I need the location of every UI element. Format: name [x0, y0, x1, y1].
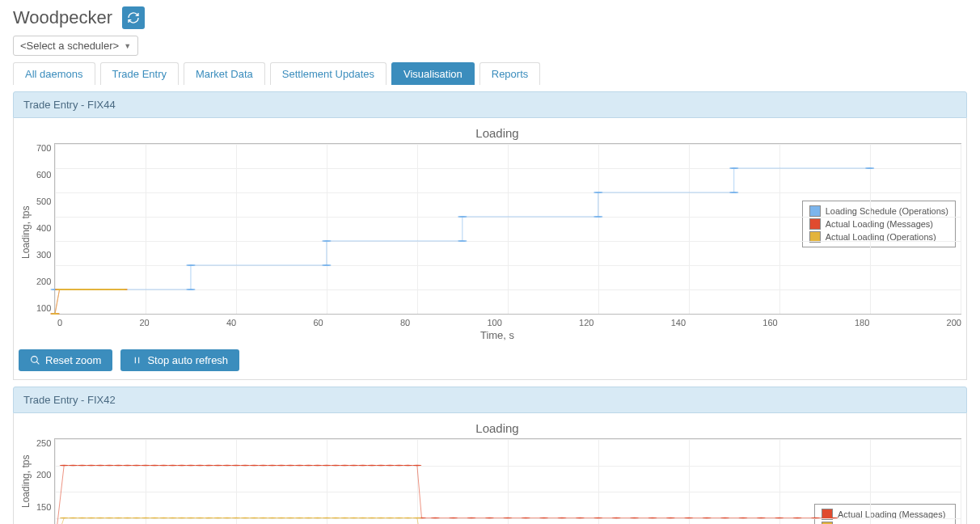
- panel-body-fix42: Loading, tps Loading 250200150100 Actual…: [13, 413, 967, 524]
- tab-visualisation[interactable]: Visualisation: [391, 62, 475, 85]
- svg-point-69: [268, 465, 277, 466]
- tab-bar: All daemonsTrade EntryMarket DataSettlem…: [13, 62, 967, 85]
- svg-point-68: [259, 465, 268, 466]
- svg-point-8: [594, 192, 603, 193]
- chart2-title: Loading: [33, 421, 961, 435]
- page-title: Woodpecker: [13, 7, 112, 28]
- svg-point-113: [78, 518, 87, 518]
- svg-point-138: [304, 518, 313, 518]
- svg-point-83: [395, 465, 403, 466]
- svg-point-123: [168, 518, 177, 518]
- svg-point-149: [403, 518, 412, 518]
- tab-settlement-updates[interactable]: Settlement Updates: [270, 62, 387, 85]
- svg-point-147: [386, 518, 395, 518]
- svg-point-145: [368, 518, 377, 518]
- svg-point-52: [114, 465, 123, 466]
- svg-point-103: [720, 518, 729, 518]
- svg-point-5: [458, 240, 467, 242]
- chart1-title: Loading: [33, 126, 961, 140]
- svg-point-126: [196, 518, 205, 518]
- svg-point-3: [323, 264, 332, 266]
- svg-point-46: [60, 465, 69, 466]
- svg-point-132: [250, 518, 259, 518]
- svg-point-106: [775, 518, 784, 518]
- svg-point-66: [241, 465, 250, 466]
- svg-point-60: [187, 465, 196, 466]
- svg-point-11: [865, 167, 874, 169]
- svg-point-53: [123, 465, 132, 466]
- svg-point-97: [612, 518, 621, 518]
- reset-zoom-button[interactable]: Reset zoom: [19, 349, 112, 371]
- svg-point-115: [96, 518, 105, 518]
- svg-point-92: [522, 518, 530, 518]
- svg-point-136: [286, 518, 295, 518]
- svg-point-121: [150, 518, 159, 518]
- svg-point-118: [123, 518, 132, 518]
- svg-point-70: [277, 465, 286, 466]
- svg-point-125: [187, 518, 196, 518]
- svg-point-111: [60, 518, 69, 518]
- svg-point-96: [594, 518, 603, 518]
- svg-point-85: [413, 465, 422, 466]
- svg-point-117: [114, 518, 123, 518]
- svg-point-144: [358, 518, 367, 518]
- tab-all-daemons[interactable]: All daemons: [13, 62, 95, 85]
- svg-point-108: [811, 518, 820, 518]
- svg-point-130: [232, 518, 241, 518]
- svg-point-48: [78, 465, 87, 466]
- svg-point-75: [323, 465, 332, 466]
- svg-point-102: [703, 518, 712, 518]
- panel-header-fix42: Trade Entry - FIX42: [13, 387, 967, 413]
- svg-point-80: [368, 465, 377, 466]
- svg-point-58: [168, 465, 177, 466]
- svg-point-64: [222, 465, 231, 466]
- svg-point-47: [69, 465, 78, 466]
- tab-reports[interactable]: Reports: [479, 62, 541, 85]
- tab-market-data[interactable]: Market Data: [184, 62, 265, 85]
- svg-point-112: [69, 518, 78, 518]
- svg-point-78: [349, 465, 358, 466]
- svg-point-54: [133, 465, 142, 466]
- chart1-xticks: 020406080100120140160180200: [57, 318, 961, 328]
- svg-point-107: [793, 518, 802, 518]
- svg-point-81: [377, 465, 386, 466]
- svg-point-101: [685, 518, 694, 518]
- svg-point-135: [277, 518, 286, 518]
- scheduler-select[interactable]: <Select a scheduler> ▼: [13, 36, 138, 56]
- svg-point-55: [142, 465, 150, 466]
- chart1-yticks: 700600500400300200100: [33, 143, 54, 313]
- svg-point-104: [739, 518, 748, 518]
- svg-point-61: [196, 465, 205, 466]
- svg-point-87: [431, 518, 440, 518]
- chart2-plot[interactable]: Actual Loading (Messages)Actual Loading …: [54, 438, 961, 524]
- svg-point-76: [332, 465, 340, 466]
- chart1-plot[interactable]: Loading Schedule (Operations)Actual Load…: [54, 143, 961, 315]
- stop-auto-refresh-button[interactable]: Stop auto refresh: [120, 349, 239, 371]
- svg-point-4: [323, 240, 332, 242]
- reset-zoom-label: Reset zoom: [45, 354, 101, 366]
- svg-point-49: [87, 465, 96, 466]
- panel-header-fix44: Trade Entry - FIX44: [13, 91, 967, 118]
- svg-point-119: [133, 518, 142, 518]
- svg-point-109: [830, 518, 838, 518]
- chart2-yticks: 250200150100: [33, 438, 54, 524]
- svg-point-120: [142, 518, 150, 518]
- svg-point-133: [259, 518, 268, 518]
- svg-point-93: [539, 518, 548, 518]
- svg-point-67: [250, 465, 259, 466]
- svg-point-148: [395, 518, 403, 518]
- refresh-button[interactable]: [122, 6, 145, 29]
- pause-icon: [132, 355, 142, 366]
- svg-point-142: [340, 518, 349, 518]
- svg-point-140: [323, 518, 332, 518]
- svg-point-2: [187, 264, 196, 266]
- svg-point-137: [295, 518, 304, 518]
- refresh-icon: [127, 11, 140, 24]
- chart1-xlabel: Time, s: [33, 329, 961, 341]
- svg-point-1: [187, 289, 196, 290]
- svg-point-105: [757, 518, 766, 518]
- svg-point-141: [332, 518, 340, 518]
- svg-point-146: [377, 518, 386, 518]
- svg-point-128: [213, 518, 222, 518]
- tab-trade-entry[interactable]: Trade Entry: [100, 62, 179, 85]
